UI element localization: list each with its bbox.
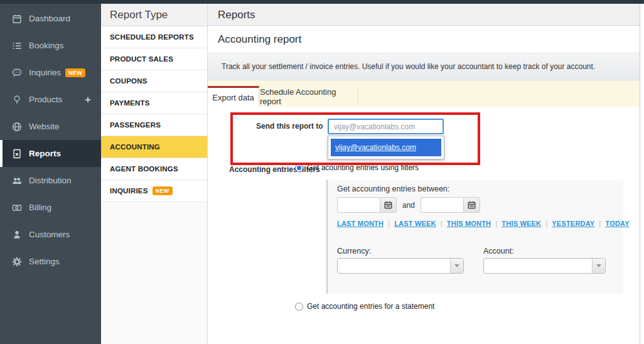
radio-button-checked[interactable] (295, 164, 303, 172)
end-date-group (421, 197, 480, 213)
currency-select[interactable] (337, 258, 464, 274)
send-report-label: Send this report to (256, 119, 325, 134)
sidebar-item-website[interactable]: Website (0, 113, 101, 140)
filters-panel: Get accounting entries between: and (326, 180, 623, 294)
email-suggestion-option[interactable]: vijay@vacationlabs.com (331, 139, 441, 156)
sidebar-item-label: Customers (29, 230, 70, 239)
calendar-icon (11, 13, 22, 24)
new-badge: NEW (153, 186, 173, 195)
export-data-panel: Send this report to vijay@vacationlabs.c… (208, 107, 640, 318)
end-date-calendar-button[interactable] (463, 197, 480, 213)
tab-bar: Export data Schedule Accounting report (208, 80, 640, 107)
chevron-down-icon (450, 259, 463, 273)
gear-icon (11, 256, 22, 267)
end-date-input[interactable] (421, 197, 463, 213)
billing-icon (11, 202, 22, 213)
account-label: Account: (483, 247, 514, 255)
add-product-button[interactable]: + (85, 94, 91, 106)
email-suggestion-dropdown: vijay@vacationlabs.com (328, 136, 444, 159)
report-type-passengers[interactable]: PASSENGERS (101, 114, 207, 136)
tab-schedule-accounting-report[interactable]: Schedule Accounting report (260, 86, 358, 107)
top-navbar-strip (0, 0, 644, 4)
link-today[interactable]: TODAY (605, 220, 629, 227)
sidebar-item-label: Reports (29, 149, 61, 158)
start-date-input[interactable] (337, 197, 380, 213)
sidebar-item-products[interactable]: Products + (0, 86, 101, 113)
user-icon (11, 229, 22, 240)
sidebar-item-label: Products (29, 95, 62, 104)
sidebar-item-inquiries[interactable]: Inquiries NEW (0, 59, 101, 86)
report-title: Accounting report (208, 26, 640, 53)
calendar-icon (468, 201, 476, 209)
report-file-icon (11, 148, 22, 159)
sidebar-item-customers[interactable]: Customers (0, 221, 101, 248)
users-icon (11, 175, 22, 186)
report-type-panel: Report Type SCHEDULED REPORTS PRODUCT SA… (101, 4, 208, 344)
globe-icon (11, 121, 22, 132)
app-window: Dashboard Bookings (0, 0, 644, 344)
sidebar-item-label: Inquiries (29, 68, 61, 77)
new-badge: NEW (65, 68, 85, 77)
account-select[interactable] (483, 258, 606, 274)
list-icon (11, 40, 22, 51)
report-type-payments[interactable]: PAYMENTS (101, 92, 207, 114)
sidebar-nav: Dashboard Bookings (0, 5, 101, 275)
radio-get-entries-using-filters[interactable]: Get acounting entries using filters (295, 163, 419, 172)
date-range-row: and (337, 197, 480, 213)
sidebar-item-dashboard[interactable]: Dashboard (0, 5, 101, 32)
link-this-month[interactable]: THIS MONTH (447, 220, 491, 227)
sidebar-item-label: Billing (29, 203, 51, 212)
send-report-email-input[interactable] (328, 119, 444, 134)
sidebar-item-label: Bookings (29, 41, 64, 50)
link-yesterday[interactable]: YESTERDAY (552, 220, 594, 227)
quick-date-links: LAST MONTH|LAST WEEK|THIS MONTH|THIS WEE… (337, 220, 630, 227)
report-description: Track all your settlement / invoice entr… (208, 53, 640, 80)
report-type-inquiries[interactable]: INQUIRIES NEW (101, 180, 207, 202)
entries-between-label: Get accounting entries between: (337, 185, 449, 193)
start-date-group (337, 197, 397, 213)
and-label: and (402, 201, 415, 210)
link-last-week[interactable]: LAST WEEK (394, 220, 436, 227)
radio-button-unchecked[interactable] (295, 303, 303, 311)
sidebar-item-distribution[interactable]: Distribution (0, 167, 101, 194)
report-type-agent-bookings[interactable]: AGENT BOOKINGS (101, 158, 207, 180)
sidebar: Dashboard Bookings (0, 0, 101, 344)
sidebar-item-label: Dashboard (29, 14, 70, 23)
currency-label: Currency: (337, 247, 371, 255)
page-title: Reports (208, 4, 640, 26)
lightbulb-icon (11, 94, 22, 105)
report-type-accounting[interactable]: ACCOUNTING (101, 136, 207, 158)
main-content: Reports Accounting report Track all your… (208, 4, 640, 344)
sidebar-item-label: Distribution (29, 176, 72, 185)
tab-export-data[interactable]: Export data (208, 86, 259, 107)
link-last-month[interactable]: LAST MONTH (337, 220, 384, 227)
chevron-down-icon (592, 259, 605, 273)
sidebar-item-bookings[interactable]: Bookings (0, 32, 101, 59)
link-this-week[interactable]: THIS WEEK (502, 220, 541, 227)
report-type-coupons[interactable]: COUPONS (101, 70, 207, 92)
calendar-icon (384, 201, 392, 209)
radio-get-entries-for-statement[interactable]: Get accounting entries for a statement (295, 302, 434, 311)
report-type-product-sales[interactable]: PRODUCT SALES (101, 48, 207, 70)
start-date-calendar-button[interactable] (380, 197, 397, 213)
sidebar-item-label: Website (29, 122, 60, 131)
chat-icon (11, 67, 22, 78)
sidebar-item-settings[interactable]: Settings (0, 248, 101, 275)
sidebar-item-reports[interactable]: Reports (0, 140, 101, 167)
report-type-scheduled-reports[interactable]: SCHEDULED REPORTS (101, 26, 207, 48)
sidebar-item-label: Settings (29, 257, 60, 266)
report-type-title: Report Type (101, 4, 207, 26)
sidebar-item-billing[interactable]: Billing (0, 194, 101, 221)
